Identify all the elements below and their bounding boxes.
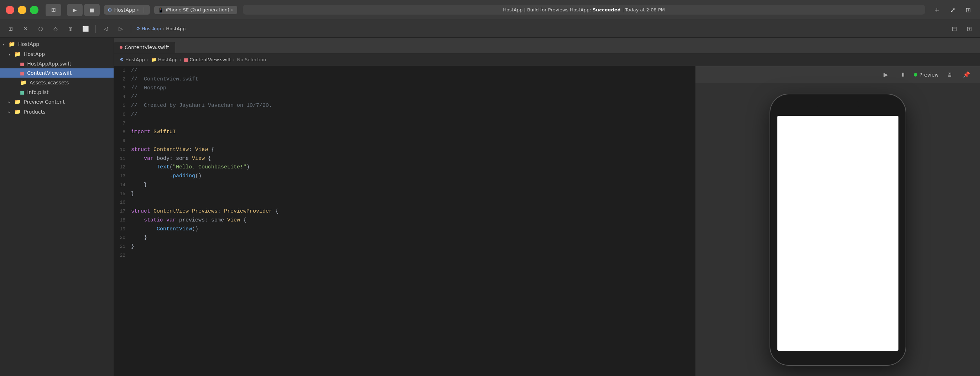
- code-token: [131, 217, 144, 223]
- plus-icon: +: [934, 6, 939, 14]
- line-content[interactable]: [131, 252, 695, 260]
- code-token: .: [131, 173, 173, 179]
- line-content[interactable]: var body: some View {: [131, 155, 695, 163]
- build-status-suffix: | Today at 2:08 PM: [621, 7, 665, 13]
- line-content[interactable]: [131, 119, 695, 128]
- fullscreen-button[interactable]: [30, 6, 38, 14]
- stop-button[interactable]: [84, 4, 100, 16]
- preview-content-area: [695, 83, 980, 376]
- run-button[interactable]: [67, 4, 83, 16]
- code-token: View: [227, 217, 240, 223]
- line-content[interactable]: }: [131, 181, 695, 190]
- preview-pause-button[interactable]: ⏸: [897, 69, 910, 80]
- code-token: (: [170, 164, 173, 170]
- hex-button[interactable]: ⬡: [34, 24, 47, 34]
- back-button[interactable]: ◁: [99, 24, 112, 34]
- line-content[interactable]: //: [131, 66, 695, 75]
- line-content[interactable]: // Created by Jayahari Vavachan on 10/7/…: [131, 102, 695, 110]
- device-selector[interactable]: 📱 iPhone SE (2nd generation) ▸: [154, 6, 237, 14]
- line-content[interactable]: }: [131, 234, 695, 242]
- expand-icon: ⤢: [950, 6, 955, 14]
- line-content[interactable]: import SwiftUI: [131, 128, 695, 137]
- minimize-button[interactable]: [18, 6, 26, 14]
- code-line: 18 static var previews: some View {: [114, 216, 695, 225]
- bc-filename[interactable]: ContentView.swift: [189, 57, 231, 62]
- bc-group[interactable]: HostApp: [158, 57, 178, 62]
- preview-panel: ▶ ⏸ Preview 🖥 📌: [695, 66, 980, 376]
- code-line: 13 .padding(): [114, 172, 695, 181]
- code-token: //: [131, 94, 137, 100]
- sidebar-item-hostapp-group[interactable]: ▾ 📁 HostApp: [0, 49, 114, 59]
- line-number: 16: [114, 199, 131, 206]
- line-content[interactable]: // HostApp: [131, 84, 695, 93]
- line-number: 13: [114, 172, 131, 180]
- diamond-button[interactable]: ◇: [49, 24, 62, 34]
- code-line: 6//: [114, 110, 695, 119]
- sidebar-item-contentview-swift[interactable]: ▾ ■ ContentView.swift: [0, 69, 114, 78]
- rect-icon: ⬜: [82, 25, 89, 32]
- grid-button[interactable]: ⊞: [4, 24, 17, 34]
- code-editor[interactable]: 1//2// ContentView.swift3// HostApp4//5/…: [114, 66, 695, 376]
- preview-pin-button[interactable]: 📌: [960, 69, 973, 80]
- sidebar-item-assets[interactable]: ▾ 📁 Assets.xcassets: [0, 78, 114, 88]
- scheme-icon: ⚙: [108, 7, 112, 13]
- sidebar-item-info-plist[interactable]: ▾ ■ Info.plist: [0, 88, 114, 97]
- secondary-toolbar: ⊞ ✕ ⬡ ◇ ⊕ ⬜ ◁ ▷ ⚙ HostApp › HostApp ⊟ ⊞: [0, 20, 980, 38]
- line-content[interactable]: struct ContentView_Previews: PreviewProv…: [131, 207, 695, 216]
- line-content[interactable]: .padding(): [131, 172, 695, 181]
- sidebar-item-label: Assets.xcassets: [30, 80, 69, 86]
- build-status-result: Succeeded: [593, 7, 621, 13]
- bc-app[interactable]: HostApp: [125, 57, 145, 62]
- preview-play-button[interactable]: ▶: [880, 69, 892, 80]
- expand-button[interactable]: ⤢: [947, 4, 959, 16]
- code-line: 7: [114, 119, 695, 128]
- line-content[interactable]: struct ContentView: View {: [131, 146, 695, 155]
- line-content[interactable]: // ContentView.swift: [131, 75, 695, 84]
- line-content[interactable]: //: [131, 92, 695, 102]
- line-number: 5: [114, 102, 131, 109]
- line-content[interactable]: }: [131, 190, 695, 199]
- line-content[interactable]: [131, 137, 695, 146]
- sidebar-item-hostapp-root[interactable]: ▾ 📁 HostApp: [0, 39, 114, 49]
- code-token: body: [157, 156, 170, 162]
- scheme-selector[interactable]: ⚙ HostApp ▸ |: [104, 5, 150, 14]
- rect-button[interactable]: ⬜: [79, 24, 92, 34]
- bc-icon-hostapp: ⚙: [120, 57, 124, 62]
- code-token: struct: [131, 208, 153, 214]
- chevron-icon: ▾: [3, 42, 7, 46]
- line-content[interactable]: ContentView(): [131, 225, 695, 234]
- sidebar-item-preview-content[interactable]: ▸ 📁 Preview Content: [0, 97, 114, 107]
- close-button[interactable]: [6, 6, 14, 14]
- code-token: struct: [131, 147, 153, 153]
- chevron-icon: ▸: [8, 110, 13, 114]
- forward-button[interactable]: ▷: [114, 24, 127, 34]
- sidebar-item-products[interactable]: ▸ 📁 Products: [0, 107, 114, 117]
- line-number: 1: [114, 67, 131, 74]
- add-button[interactable]: +: [931, 4, 943, 16]
- line-content[interactable]: //: [131, 110, 695, 119]
- code-token: //: [131, 67, 137, 73]
- file-tab-contentview[interactable]: ContentView.swift: [114, 41, 175, 53]
- line-content[interactable]: [131, 198, 695, 207]
- plus-circle-button[interactable]: ⊕: [64, 24, 77, 34]
- line-number: 8: [114, 128, 131, 135]
- code-token: ContentView_Previews: [153, 208, 218, 214]
- line-number: 12: [114, 163, 131, 171]
- preview-monitor-button[interactable]: 🖥: [943, 69, 956, 80]
- inspector-button[interactable]: ⊟: [948, 24, 961, 34]
- sidebar-toggle-button[interactable]: ⊞: [46, 4, 61, 16]
- layout-button[interactable]: ⊞: [962, 4, 974, 16]
- code-token: {: [208, 147, 215, 153]
- library-icon: ⊞: [966, 25, 972, 32]
- library-button[interactable]: ⊞: [963, 24, 976, 34]
- code-line: 15}: [114, 190, 695, 199]
- line-content[interactable]: static var previews: some View {: [131, 216, 695, 225]
- monitor-icon: 🖥: [947, 71, 952, 78]
- line-content[interactable]: Text("Hello, CouchbaseLite!"): [131, 163, 695, 172]
- line-content[interactable]: }: [131, 242, 695, 252]
- sidebar-item-hostappapp-swift[interactable]: ▾ ■ HostAppApp.swift: [0, 59, 114, 69]
- close-tab-button[interactable]: ✕: [19, 24, 32, 34]
- assets-folder-icon: 📁: [20, 80, 27, 86]
- code-token: }: [131, 191, 134, 197]
- swift-file-icon: ■: [20, 61, 24, 67]
